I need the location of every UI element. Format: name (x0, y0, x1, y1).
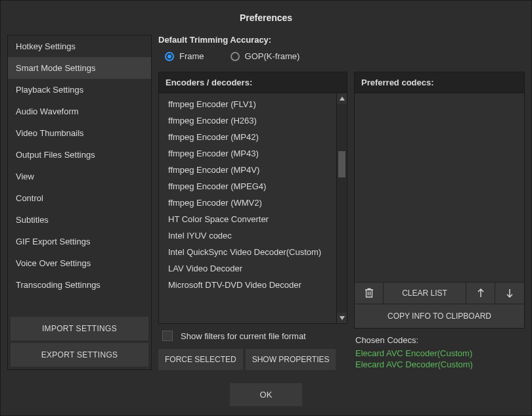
sidebar-item[interactable]: Smart Mode Settings (8, 57, 151, 79)
encoders-footer: Show filters for current file format FOR… (158, 324, 347, 370)
sidebar-item[interactable]: Output Files Settings (8, 144, 151, 166)
encoder-item[interactable]: ffmpeg Encoder (MP4V) (159, 162, 336, 178)
move-down-button[interactable] (495, 283, 524, 304)
chosen-codecs-list: Elecard AVC Encoder(Custom)Elecard AVC D… (355, 348, 523, 370)
encoder-item[interactable]: HT Color Space Converter (159, 211, 336, 227)
encoders-scrollbar[interactable] (336, 93, 347, 323)
trimming-accuracy-label: Default Trimming Accuracy: (158, 35, 525, 51)
dialog-body: Hotkey SettingsSmart Mode SettingsPlayba… (1, 35, 531, 377)
sidebar-list: Hotkey SettingsSmart Mode SettingsPlayba… (8, 35, 151, 314)
import-settings-button[interactable]: IMPORT SETTINGS (11, 317, 148, 340)
encoder-item[interactable]: Microsoft DTV-DVD Video Decoder (159, 277, 336, 293)
dialog-title: Preferences (1, 1, 531, 35)
radio-gop[interactable]: GOP(K-frame) (231, 51, 300, 61)
radio-frame-label: Frame (179, 51, 204, 61)
radio-dot-icon (165, 52, 174, 61)
encoders-header: Encoders / decoders: (159, 72, 347, 93)
sidebar-item[interactable]: Transcoding Settinngs (8, 274, 151, 296)
preferred-header: Preferred codecs: (355, 72, 524, 93)
radio-dot-icon (231, 52, 240, 61)
trash-icon (365, 288, 374, 298)
encoders-list-wrap: ffmpeg Encoder (FLV1)ffmpeg Encoder (H26… (159, 93, 347, 323)
sidebar-item[interactable]: Audio Waveform (8, 101, 151, 122)
trimming-accuracy-radios: Frame GOP(K-frame) (158, 51, 525, 72)
encoder-item[interactable]: Intel IYUV codec (159, 227, 336, 244)
encoder-item[interactable]: ffmpeg Encoder (MP43) (159, 145, 336, 162)
chosen-codec-item: Elecard AVC Decoder(Custom) (355, 359, 523, 370)
encoder-item[interactable]: ffmpeg Encoder (WMV2) (159, 195, 336, 211)
preferred-column: Preferred codecs: (354, 72, 525, 370)
export-settings-button[interactable]: EXPORT SETTINGS (11, 343, 148, 367)
sidebar-item[interactable]: Video Thumbnails (8, 122, 151, 144)
chosen-codecs-label: Chosen Codecs: (355, 335, 523, 348)
radio-gop-label: GOP(K-frame) (245, 51, 300, 61)
arrow-up-icon (477, 289, 485, 298)
show-properties-button[interactable]: SHOW PROPERTIES (246, 349, 336, 370)
sidebar-buttons: IMPORT SETTINGS EXPORT SETTINGS (8, 314, 151, 369)
encoder-item[interactable]: ffmpeg Encoder (FLV1) (159, 96, 336, 112)
copy-info-button[interactable]: COPY INFO TO CLIPBOARD (355, 304, 524, 328)
preferred-buttons: CLEAR LIST (355, 282, 524, 328)
delete-button[interactable] (355, 283, 384, 304)
sidebar-item[interactable]: Control (8, 187, 151, 209)
sidebar-item[interactable]: GIF Export Settings (8, 231, 151, 252)
preferences-dialog: Preferences Hotkey SettingsSmart Mode Se… (0, 0, 532, 416)
sidebar-item[interactable]: View (8, 166, 151, 187)
scroll-up-icon[interactable] (337, 93, 347, 104)
sidebar-item[interactable]: Playback Settings (8, 79, 151, 101)
columns: Encoders / decoders: ffmpeg Encoder (FLV… (158, 72, 525, 370)
chosen-codec-item: Elecard AVC Encoder(Custom) (355, 348, 523, 359)
encoder-item[interactable]: LAV Video Decoder (159, 260, 336, 277)
show-filters-row: Show filters for current file format (158, 324, 347, 349)
encoders-list[interactable]: ffmpeg Encoder (FLV1)ffmpeg Encoder (H26… (159, 93, 336, 323)
show-filters-label: Show filters for current file format (181, 331, 306, 341)
encoders-column: Encoders / decoders: ffmpeg Encoder (FLV… (158, 72, 347, 370)
encoder-item[interactable]: ffmpeg Encoder (MPEG4) (159, 178, 336, 195)
move-up-button[interactable] (466, 283, 495, 304)
preferred-panel: Preferred codecs: (354, 72, 525, 329)
radio-frame[interactable]: Frame (165, 51, 204, 61)
encoder-item[interactable]: Intel QuickSync Video Decoder(Custom) (159, 244, 336, 260)
scroll-down-icon[interactable] (337, 313, 347, 323)
encoder-action-buttons: FORCE SELECTED SHOW PROPERTIES (158, 349, 347, 370)
encoder-item[interactable]: ffmpeg Encoder (MP42) (159, 129, 336, 145)
sidebar-item[interactable]: Subtitles (8, 209, 151, 231)
sidebar-item[interactable]: Voice Over Settings (8, 252, 151, 274)
force-selected-button[interactable]: FORCE SELECTED (158, 349, 243, 370)
scroll-thumb[interactable] (338, 151, 345, 177)
show-filters-checkbox[interactable] (162, 331, 173, 341)
main-panel: Default Trimming Accuracy: Frame GOP(K-f… (158, 35, 525, 370)
encoders-panel: Encoders / decoders: ffmpeg Encoder (FLV… (158, 72, 347, 324)
dialog-footer: OK (1, 377, 531, 415)
clear-list-button[interactable]: CLEAR LIST (384, 283, 466, 304)
chosen-codecs-section: Chosen Codecs: Elecard AVC Encoder(Custo… (354, 329, 525, 370)
encoder-item[interactable]: ffmpeg Encoder (H263) (159, 112, 336, 129)
preferred-list[interactable] (355, 93, 524, 282)
sidebar: Hotkey SettingsSmart Mode SettingsPlayba… (7, 35, 152, 370)
arrow-down-icon (506, 289, 514, 298)
sidebar-item[interactable]: Hotkey Settings (8, 35, 151, 57)
ok-button[interactable]: OK (230, 383, 302, 406)
